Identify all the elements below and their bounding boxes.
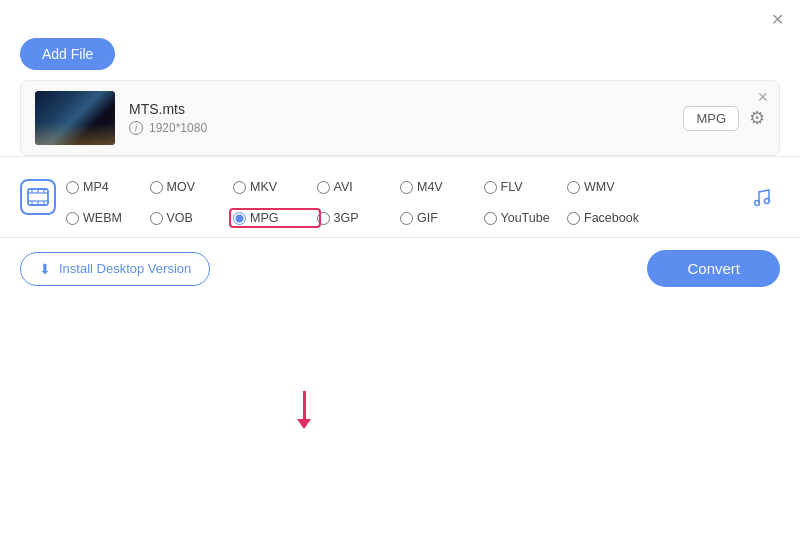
format-option-vob[interactable]: VOB bbox=[150, 211, 234, 225]
format-option-mpg[interactable]: MPG bbox=[233, 211, 317, 225]
install-label: Install Desktop Version bbox=[59, 261, 191, 276]
svg-point-10 bbox=[765, 199, 770, 204]
file-actions: MPG ⚙ bbox=[683, 106, 765, 131]
file-meta: i 1920*1080 bbox=[129, 121, 683, 135]
format-option-facebook[interactable]: Facebook bbox=[567, 211, 651, 225]
format-option-wmv[interactable]: WMV bbox=[567, 169, 651, 205]
formats-grid: MP4 MOV MKV AVI M4V FLV WMV bbox=[66, 169, 734, 225]
convert-button[interactable]: Convert bbox=[647, 250, 780, 287]
arrow-indicator bbox=[297, 391, 311, 429]
thumbnail-image bbox=[35, 91, 115, 145]
video-format-icon[interactable] bbox=[20, 179, 56, 215]
file-info: MTS.mts i 1920*1080 bbox=[129, 101, 683, 135]
info-icon[interactable]: i bbox=[129, 121, 143, 135]
format-option-mov[interactable]: MOV bbox=[150, 169, 234, 205]
audio-format-button[interactable] bbox=[744, 179, 780, 215]
file-close-button[interactable]: ✕ bbox=[757, 89, 769, 105]
title-bar: ✕ bbox=[0, 0, 800, 34]
format-selector: MP4 MOV MKV AVI M4V FLV WMV bbox=[0, 156, 800, 237]
bottom-bar: ⬇ Install Desktop Version Convert bbox=[0, 237, 800, 299]
film-icon bbox=[27, 186, 49, 208]
file-resolution: 1920*1080 bbox=[149, 121, 207, 135]
download-icon: ⬇ bbox=[39, 261, 51, 277]
file-thumbnail bbox=[35, 91, 115, 145]
file-list-item: MTS.mts i 1920*1080 MPG ⚙ ✕ bbox=[20, 80, 780, 156]
top-bar: Add File bbox=[0, 34, 800, 80]
format-option-3gp[interactable]: 3GP bbox=[317, 211, 401, 225]
arrow-line bbox=[303, 391, 306, 419]
svg-point-9 bbox=[755, 201, 760, 206]
arrow-head bbox=[297, 419, 311, 429]
file-name: MTS.mts bbox=[129, 101, 683, 117]
format-option-mp4[interactable]: MP4 bbox=[66, 169, 150, 205]
format-option-youtube[interactable]: YouTube bbox=[484, 211, 568, 225]
add-file-button[interactable]: Add File bbox=[20, 38, 115, 70]
install-desktop-button[interactable]: ⬇ Install Desktop Version bbox=[20, 252, 210, 286]
music-note-icon bbox=[751, 186, 773, 208]
format-option-avi[interactable]: AVI bbox=[317, 169, 401, 205]
format-option-m4v[interactable]: M4V bbox=[400, 169, 484, 205]
close-button[interactable]: ✕ bbox=[768, 10, 786, 28]
format-option-gif[interactable]: GIF bbox=[400, 211, 484, 225]
format-option-mkv[interactable]: MKV bbox=[233, 169, 317, 205]
settings-button[interactable]: ⚙ bbox=[749, 107, 765, 129]
format-option-webm[interactable]: WEBM bbox=[66, 211, 150, 225]
format-badge[interactable]: MPG bbox=[683, 106, 739, 131]
music-icon-placeholder bbox=[651, 169, 687, 205]
format-option-flv[interactable]: FLV bbox=[484, 169, 568, 205]
